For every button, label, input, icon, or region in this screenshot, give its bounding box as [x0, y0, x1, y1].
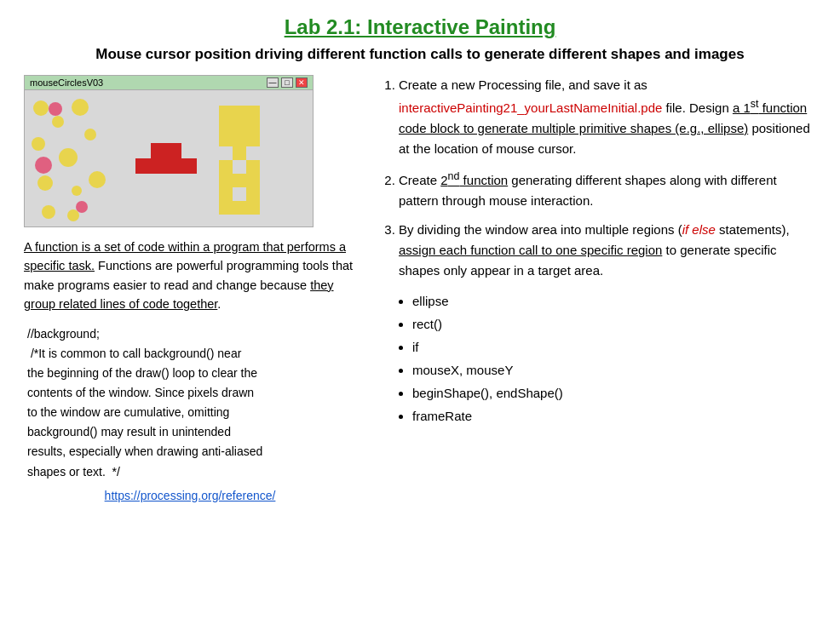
shape	[166, 158, 181, 174]
shape	[233, 201, 246, 215]
window-controls: — □ ✕	[267, 77, 308, 88]
dot	[42, 205, 55, 219]
shape	[219, 187, 233, 201]
generate-ref: to generate multiple primitive shapes (e…	[460, 121, 749, 135]
shape	[233, 133, 246, 146]
code-line-2: /*It is common to call background() near	[27, 344, 356, 364]
dot	[49, 102, 62, 116]
code-line-4: contents of the window. Since pixels dra…	[27, 383, 356, 403]
shape	[246, 187, 260, 201]
keyword-mouse: mouseX, mouseY	[412, 358, 816, 381]
keyword-rect: rect()	[412, 312, 816, 335]
file-name: interactivePainting21_yourLastNameInitia…	[399, 100, 662, 115]
right-column: Create a new Processing file, and save i…	[380, 75, 816, 427]
code-line-6: background() may result in unintended	[27, 422, 356, 442]
dot	[72, 99, 89, 116]
dot	[32, 137, 45, 151]
page-title: Lab 2.1: Interactive Painting	[24, 15, 816, 39]
code-line-1: //background;	[27, 324, 356, 344]
instruction-2: Create 2nd function generating different…	[399, 168, 816, 211]
shape	[151, 158, 166, 174]
instruction-1: Create a new Processing file, and save i…	[399, 75, 816, 159]
keywords-list: ellipse rect() if mouseX, mouseY beginSh…	[380, 289, 816, 427]
shape	[246, 160, 260, 174]
shape	[219, 160, 233, 174]
dot	[52, 116, 64, 128]
dot	[84, 129, 96, 140]
shape	[219, 201, 233, 215]
shape	[135, 158, 151, 174]
subtitle: Mouse cursor position driving different …	[24, 46, 816, 63]
shape	[246, 133, 260, 146]
shape	[219, 106, 233, 119]
keyword-if: if	[412, 335, 816, 358]
if-else-ref: if else	[682, 222, 716, 237]
shape	[233, 106, 246, 119]
dot	[72, 186, 82, 196]
close-button[interactable]: ✕	[296, 77, 308, 88]
shape	[246, 201, 260, 215]
second-function-ref: 2nd function	[440, 173, 508, 187]
shape	[219, 119, 233, 133]
assign-ref: assign each function call to one specifi…	[399, 243, 662, 257]
keyword-ellipse: ellipse	[412, 289, 816, 312]
dot	[35, 157, 52, 174]
dot	[33, 100, 49, 116]
shape	[166, 143, 181, 158]
window-content	[25, 90, 313, 226]
shape	[233, 146, 246, 160]
maximize-button[interactable]: □	[281, 77, 293, 88]
shape	[246, 119, 260, 133]
code-line-5: to the window are cumulative, omitting	[27, 403, 356, 422]
shape	[151, 143, 166, 158]
shape	[181, 158, 197, 174]
instruction-3: By dividing the window area into multipl…	[399, 220, 816, 281]
keyword-beginshape: beginShape(), endShape()	[412, 381, 816, 404]
window-titlebar: mouseCirclesV03 — □ ✕	[25, 76, 313, 90]
code-block: //background; /*It is common to call bac…	[24, 324, 356, 482]
keyword-framerate: frameRate	[412, 404, 816, 427]
shape	[219, 174, 233, 187]
function-description: A function is a set of code within a pro…	[24, 238, 356, 314]
reference-link[interactable]: https://processing.org/reference/	[24, 489, 356, 502]
shape	[246, 106, 260, 119]
code-line-8: shapes or text. */	[27, 462, 356, 482]
instructions-list: Create a new Processing file, and save i…	[380, 75, 816, 281]
dot	[59, 148, 78, 167]
shape	[219, 133, 233, 146]
func-desc-end: .	[217, 297, 221, 311]
window-frame: mouseCirclesV03 — □ ✕	[24, 75, 314, 227]
left-column: mouseCirclesV03 — □ ✕	[24, 75, 356, 502]
shape	[246, 174, 260, 187]
shape	[233, 119, 246, 133]
code-line-3: the beginning of the draw() loop to clea…	[27, 364, 356, 383]
window-title: mouseCirclesV03	[30, 77, 103, 88]
dot	[37, 175, 53, 191]
minimize-button[interactable]: —	[267, 77, 279, 88]
code-line-7: results, especially when drawing anti-al…	[27, 442, 356, 461]
dot	[76, 201, 88, 213]
shape	[233, 174, 246, 187]
main-content: mouseCirclesV03 — □ ✕	[24, 75, 816, 502]
dot	[89, 171, 106, 188]
